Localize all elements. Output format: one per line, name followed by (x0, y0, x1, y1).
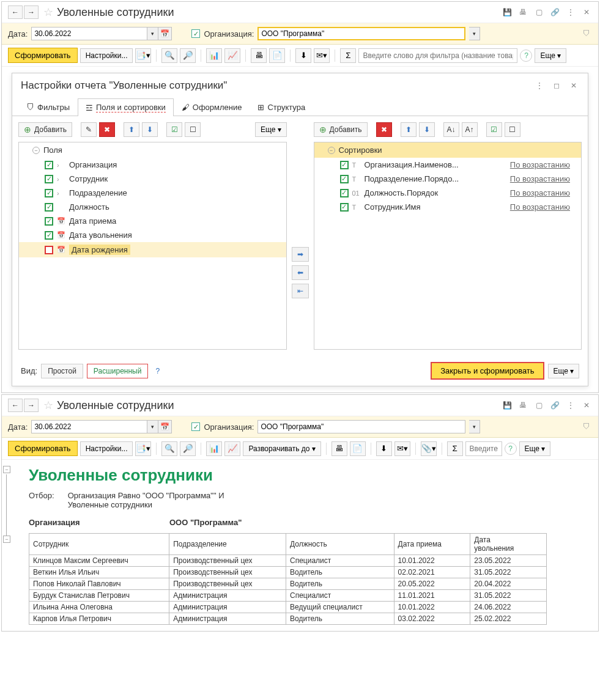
link-icon[interactable]: 🔗 (549, 400, 560, 411)
date-input[interactable] (31, 420, 147, 433)
save-icon[interactable]: 💾 (502, 7, 513, 18)
sort-item[interactable]: ✓ 01 Должность.Порядок По возрастанию (314, 186, 582, 200)
checkbox-icon[interactable]: ✓ (45, 217, 53, 226)
star-icon[interactable]: ☆ (43, 6, 53, 19)
zoom-in-button[interactable]: 🔍 (161, 48, 177, 63)
calendar-icon[interactable]: 📅 (158, 27, 172, 40)
help-icon[interactable]: ? (520, 50, 532, 62)
fields-tree[interactable]: − Поля ✓ › Организация ✓ › Сотрудник (18, 142, 287, 350)
form-button[interactable]: Сформировать (8, 48, 78, 63)
table-row[interactable]: Ильина Анна ОлеговнаАдминистрацияВедущий… (29, 602, 547, 613)
checkbox-icon[interactable]: ✓ (45, 203, 53, 212)
sort-desc-button[interactable]: A↑ (462, 122, 478, 137)
date-spin[interactable]: ▾ (147, 420, 158, 433)
funnel-icon[interactable]: ⛉ (581, 421, 592, 432)
doc-button[interactable]: 📄 (350, 441, 366, 456)
org-dropdown[interactable]: ▾ (469, 27, 480, 40)
table-row[interactable]: Веткин Илья ИльичПроизводственный цехВод… (29, 567, 547, 578)
check-all-button[interactable]: ☑ (166, 122, 182, 137)
field-item[interactable]: ✓ Должность (19, 200, 286, 214)
attach-button[interactable]: 📎▾ (421, 441, 437, 456)
print-icon[interactable]: 🖶 (517, 400, 528, 411)
more-button[interactable]: Еще ▾ (519, 441, 550, 456)
uncheck-all-button[interactable]: ☐ (185, 122, 201, 137)
sort-item[interactable]: ✓ T Сотрудник.Имя По возрастанию (314, 200, 582, 214)
forward-button[interactable]: → (24, 399, 39, 412)
email-button[interactable]: ✉▾ (394, 441, 410, 456)
dialog-more-button[interactable]: Еще ▾ (548, 364, 579, 378)
filter-input[interactable] (465, 441, 502, 456)
chart-button2[interactable]: 📈 (224, 48, 240, 63)
sort-direction[interactable]: По возрастанию (510, 202, 576, 212)
table-row[interactable]: Попов Николай ПавловичПроизводственный ц… (29, 578, 547, 590)
back-button[interactable]: ← (8, 6, 23, 19)
print-button[interactable]: 🖶 (331, 441, 347, 456)
table-row[interactable]: Карпов Илья ПетровичАдминистрацияВодител… (29, 613, 547, 625)
tab-filters[interactable]: ⛉ Фильтры (18, 98, 78, 116)
save-icon[interactable]: 💾 (502, 400, 513, 411)
add-sort-button[interactable]: ⊕ Добавить (314, 122, 368, 137)
more-button[interactable]: Еще ▾ (535, 48, 566, 63)
add-field-button[interactable]: ⊕ Добавить (18, 122, 72, 137)
field-item[interactable]: ✓ › Сотрудник (19, 172, 286, 186)
sort-direction[interactable]: По возрастанию (510, 174, 576, 183)
table-row[interactable]: Бурдук Станислав ПетровичАдминистрацияСп… (29, 590, 547, 602)
org-checkbox[interactable]: ✓ (191, 29, 200, 38)
uncheck-all-sort-button[interactable]: ☐ (505, 122, 520, 137)
tab-format[interactable]: 🖌 Оформление (174, 98, 250, 116)
date-input[interactable] (31, 27, 147, 40)
star-icon[interactable]: ☆ (43, 399, 53, 412)
org-input[interactable] (257, 420, 465, 433)
panel-more-button[interactable]: Еще ▾ (255, 122, 286, 137)
chart-button2[interactable]: 📈 (224, 441, 240, 456)
settings-dropdown[interactable]: 📑▾ (135, 48, 151, 63)
sum-button[interactable]: Σ (340, 48, 356, 63)
outline-collapse-icon[interactable]: − (3, 536, 10, 543)
sort-up-button[interactable]: ⬆ (401, 122, 417, 137)
checkbox-icon[interactable]: ✓ (340, 189, 349, 197)
chart-button1[interactable]: 📊 (206, 48, 222, 63)
download-button[interactable]: ⬇ (376, 441, 392, 456)
dialog-max-icon[interactable]: ◻ (551, 80, 562, 91)
check-all-sort-button[interactable]: ☑ (486, 122, 502, 137)
chart-button1[interactable]: 📊 (206, 441, 222, 456)
table-row[interactable]: Клинцов Максим СергеевичПроизводственный… (29, 555, 547, 567)
sort-asc-button[interactable]: A↓ (443, 122, 459, 137)
sort-direction[interactable]: По возрастанию (510, 188, 576, 197)
doc-icon[interactable]: ▢ (533, 400, 544, 411)
link-icon[interactable]: 🔗 (549, 7, 560, 18)
zoom-in-button[interactable]: 🔍 (161, 441, 177, 456)
calendar-icon[interactable]: 📅 (158, 420, 172, 433)
field-item[interactable]: ✓ › Подразделение (19, 186, 286, 200)
org-checkbox[interactable]: ✓ (191, 422, 200, 431)
help-icon[interactable]: ? (505, 443, 517, 455)
sorts-tree[interactable]: − Сортировки ✓ T Организация.Наименов...… (314, 142, 582, 350)
help-link[interactable]: ? (155, 367, 160, 375)
tab-fields[interactable]: ☲ Поля и сортировки (78, 98, 174, 116)
sum-button[interactable]: Σ (447, 441, 463, 456)
settings-dropdown[interactable]: 📑▾ (135, 441, 151, 456)
checkbox-icon[interactable]: ✓ (45, 161, 53, 169)
print-button[interactable]: 🖶 (251, 48, 267, 63)
forward-button[interactable]: → (24, 6, 39, 19)
checkbox-icon[interactable]: ✓ (45, 189, 53, 197)
print-icon[interactable]: 🖶 (517, 7, 528, 18)
collapse-icon[interactable]: − (328, 147, 335, 154)
view-simple-button[interactable]: Простой (41, 364, 83, 378)
filter-input[interactable] (358, 48, 517, 63)
funnel-icon[interactable]: ⛉ (581, 28, 592, 39)
zoom-fit-button[interactable]: 🔎 (180, 48, 196, 63)
field-item[interactable]: ✓ 📅 Дата увольнения (19, 228, 286, 242)
date-spin[interactable]: ▾ (147, 27, 158, 40)
view-extended-button[interactable]: Расширенный (87, 364, 149, 378)
expand-button[interactable]: Разворачивать до ▾ (243, 441, 320, 456)
field-item[interactable]: ✓ › Организация (19, 158, 286, 172)
org-input[interactable] (257, 27, 465, 40)
move-left-button[interactable]: ⬅ (292, 265, 309, 280)
move-down-button[interactable]: ⬇ (142, 122, 158, 137)
dialog-more-icon[interactable]: ⋮ (534, 80, 545, 91)
outline-collapse-icon[interactable]: − (3, 466, 10, 473)
doc-icon[interactable]: ▢ (533, 7, 544, 18)
close-and-form-button[interactable]: Закрыть и сформировать (431, 362, 544, 380)
checkbox-icon[interactable]: ✓ (45, 246, 53, 254)
